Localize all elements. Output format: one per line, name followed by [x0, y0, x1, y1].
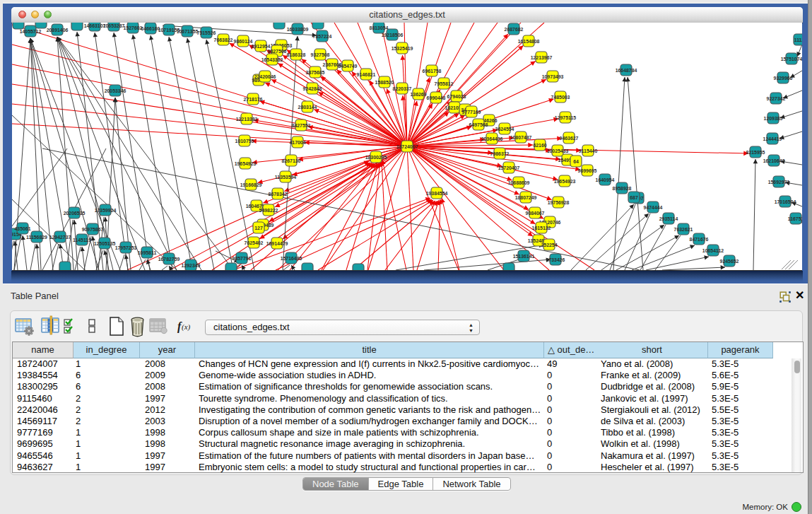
svg-text:8267130: 8267130	[282, 158, 301, 163]
svg-text:16648784: 16648784	[616, 68, 637, 73]
svg-text:252254: 252254	[541, 243, 558, 247]
svg-text:19384554: 19384554	[426, 191, 448, 196]
svg-text:12942737: 12942737	[49, 235, 71, 240]
svg-text:1733426: 1733426	[546, 257, 565, 262]
svg-text:16210643: 16210643	[763, 158, 785, 163]
svg-text:2935114: 2935114	[659, 216, 678, 221]
svg-text:64: 64	[573, 159, 579, 164]
svg-text:7663822: 7663822	[214, 37, 233, 42]
svg-text:19218506: 19218506	[382, 33, 404, 37]
svg-text:6497568: 6497568	[469, 122, 488, 127]
svg-text:19654923: 19654923	[235, 161, 257, 166]
svg-text:1527602: 1527602	[124, 25, 143, 30]
svg-text:8186328: 8186328	[287, 52, 306, 57]
svg-text:20364436: 20364436	[481, 136, 503, 141]
svg-text:22420046: 22420046	[254, 74, 276, 79]
svg-text:15325419: 15325419	[392, 46, 413, 51]
svg-text:1112: 1112	[794, 37, 802, 42]
svg-text:3875685: 3875685	[306, 70, 325, 75]
svg-text:9242848: 9242848	[303, 86, 322, 91]
svg-text:1588520: 1588520	[375, 80, 394, 85]
svg-text:136269: 136269	[411, 92, 427, 97]
svg-text:8813054: 8813054	[370, 25, 389, 30]
svg-text:6794028: 6794028	[447, 94, 466, 99]
svg-text:20891406: 20891406	[47, 28, 69, 33]
svg-text:116753: 116753	[788, 216, 802, 221]
svg-text:18807249: 18807249	[515, 195, 537, 200]
svg-text:9327508: 9327508	[311, 52, 330, 57]
svg-text:8678342: 8678342	[269, 192, 288, 197]
svg-text:18300295: 18300295	[365, 155, 387, 160]
svg-text:16782759: 16782759	[158, 257, 180, 262]
svg-text:6990448: 6990448	[427, 95, 446, 100]
svg-text:14055712: 14055712	[20, 29, 42, 34]
svg-text:16154808: 16154808	[518, 39, 540, 44]
svg-text:8454749: 8454749	[339, 64, 358, 69]
svg-text:1292349: 1292349	[182, 263, 201, 268]
svg-text:15751074: 15751074	[781, 57, 802, 62]
svg-text:5498222: 5498222	[259, 208, 278, 213]
svg-text:2718176: 2718176	[244, 97, 263, 102]
svg-text:8215955: 8215955	[746, 150, 765, 155]
svg-text:6961758: 6961758	[423, 69, 442, 74]
svg-text:7986372: 7986372	[490, 151, 510, 156]
svg-text:15692971: 15692971	[768, 180, 790, 185]
svg-text:9474444: 9474444	[644, 205, 663, 210]
svg-text:9777169: 9777169	[462, 110, 481, 115]
svg-text:15136141: 15136141	[513, 254, 535, 259]
svg-text:10025433: 10025433	[547, 148, 569, 153]
svg-text:15720407: 15720407	[498, 165, 520, 170]
svg-text:1244419: 1244419	[763, 136, 782, 141]
svg-text:7485003: 7485003	[551, 95, 570, 100]
svg-text:12975115: 12975115	[555, 115, 576, 120]
svg-text:16914479: 16914479	[266, 241, 288, 246]
svg-text:9827506: 9827506	[268, 49, 287, 54]
svg-text:1615132: 1615132	[532, 226, 551, 230]
svg-text:435061: 435061	[15, 226, 31, 231]
svg-text:10688609: 10688609	[508, 180, 530, 185]
svg-text:17957253: 17957253	[115, 245, 137, 250]
svg-text:17359924: 17359924	[95, 208, 117, 213]
svg-text:8912954: 8912954	[252, 44, 271, 49]
svg-text:7632621: 7632621	[674, 227, 693, 232]
svg-text:16033809: 16033809	[287, 27, 309, 32]
svg-text:9329966: 9329966	[774, 76, 793, 81]
svg-text:8427552: 8427552	[292, 123, 311, 128]
svg-text:9084067: 9084067	[526, 211, 545, 216]
svg-text:417004: 417004	[290, 140, 306, 145]
svg-text:16543362: 16543362	[261, 57, 283, 62]
svg-text:62160: 62160	[533, 143, 546, 148]
svg-text:9245652: 9245652	[720, 259, 739, 264]
svg-text:10654112: 10654112	[702, 248, 724, 253]
svg-text:8220337: 8220337	[393, 86, 412, 91]
svg-text:11353594: 11353594	[275, 175, 296, 180]
svg-text:9463627: 9463627	[560, 136, 579, 141]
svg-text:90975867: 90975867	[82, 227, 104, 232]
svg-text:2687682: 2687682	[505, 27, 524, 32]
svg-text:9860124: 9860124	[234, 39, 253, 44]
svg-text:7515526: 7515526	[197, 30, 216, 35]
svg-text:10973493: 10973493	[542, 74, 564, 79]
svg-text:7955812: 7955812	[435, 81, 454, 86]
svg-text:3624554: 3624554	[495, 127, 514, 132]
svg-text:15716485: 15716485	[281, 256, 302, 261]
svg-text:19756928: 19756928	[548, 200, 570, 205]
svg-text:19166829: 19166829	[240, 182, 262, 187]
svg-text:1209385: 1209385	[764, 116, 783, 121]
svg-text:6466160: 6466160	[141, 26, 160, 31]
svg-text:10653287: 10653287	[103, 23, 125, 28]
svg-text:(x): (x)	[182, 322, 191, 332]
svg-text:12213967: 12213967	[531, 55, 553, 60]
svg-text:20206535: 20206535	[64, 211, 86, 216]
svg-text:10807487: 10807487	[510, 135, 532, 140]
svg-text:12213382: 12213382	[236, 117, 258, 122]
svg-text:12505135: 12505135	[94, 241, 116, 246]
svg-text:9699695: 9699695	[578, 168, 597, 173]
svg-text:1010755: 1010755	[235, 139, 254, 144]
svg-text:9857791: 9857791	[233, 256, 252, 261]
svg-text:2803144: 2803144	[298, 105, 317, 110]
svg-text:7625402: 7625402	[245, 240, 264, 245]
svg-text:9146821: 9146821	[357, 72, 376, 77]
svg-text:687: 687	[630, 195, 638, 200]
svg-text:9115440: 9115440	[579, 148, 598, 153]
